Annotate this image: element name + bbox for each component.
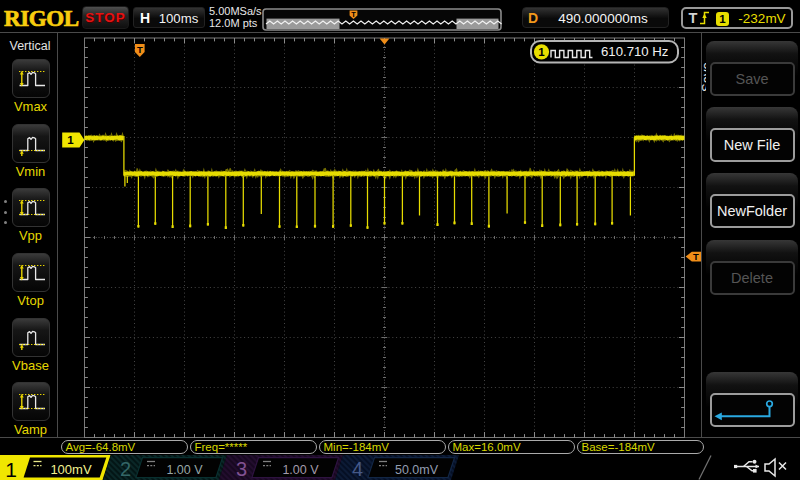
svg-text:50.0mV: 50.0mV	[395, 463, 439, 477]
svg-text:4: 4	[352, 458, 363, 480]
svg-text:3: 3	[236, 458, 247, 480]
svg-text:1: 1	[5, 458, 17, 480]
svg-text:T: T	[693, 251, 699, 262]
svg-text:1.00 V: 1.00 V	[166, 463, 203, 477]
svg-text:100mV: 100mV	[50, 462, 92, 477]
svg-text:1.00 V: 1.00 V	[282, 463, 319, 477]
svg-text:1: 1	[67, 134, 74, 146]
svg-text:T: T	[137, 44, 143, 55]
svg-text:610.710 Hz: 610.710 Hz	[601, 44, 668, 59]
svg-text:1: 1	[538, 46, 545, 58]
svg-text:2: 2	[120, 458, 131, 480]
